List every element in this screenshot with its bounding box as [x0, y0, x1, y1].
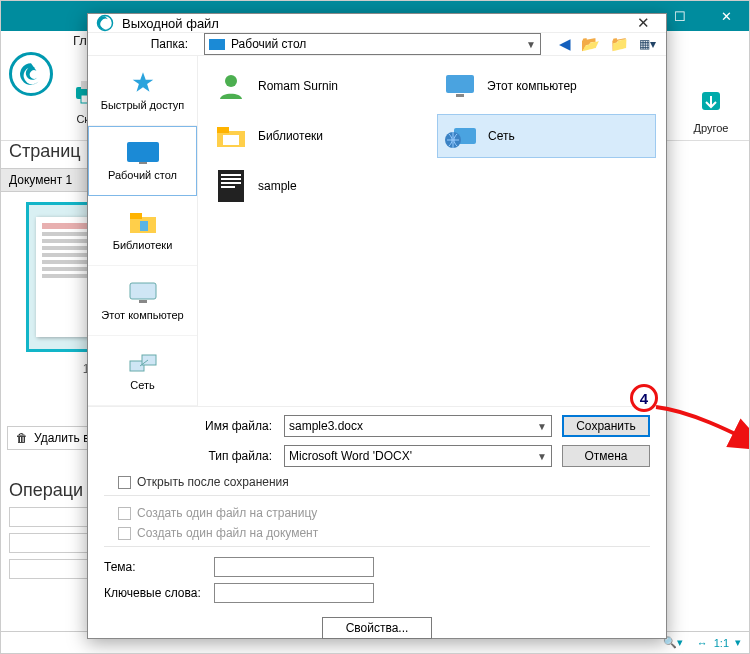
subject-input[interactable] [214, 557, 374, 577]
user-icon [214, 69, 248, 103]
network-icon [127, 351, 159, 375]
cancel-button[interactable]: Отмена [562, 445, 650, 467]
star-icon [127, 71, 159, 95]
svg-rect-18 [446, 75, 474, 93]
view-menu-icon[interactable]: ▦▾ [639, 37, 656, 51]
libraries-icon [127, 211, 159, 235]
svg-rect-29 [221, 186, 235, 188]
zoom-control[interactable]: ↔ 1:1 ▾ [697, 636, 741, 649]
item-network[interactable]: Сеть [437, 114, 656, 158]
svg-rect-28 [221, 182, 241, 184]
dialog-bottom: Имя файла: sample3.docx ▼ Сохранить Тип … [88, 406, 666, 651]
dialog-close-button[interactable]: ✕ [628, 14, 658, 32]
dialog-toolbar: Папка: Рабочий стол ▼ ◀ 📂 📁 ▦▾ [88, 33, 666, 55]
file-list-area[interactable]: Romam Surnin Этот компьютер Библиотеки С… [198, 56, 666, 406]
item-this-pc[interactable]: Этот компьютер [437, 64, 656, 108]
folder-value: Рабочий стол [231, 37, 306, 51]
svg-rect-10 [130, 213, 142, 219]
open-after-checkbox[interactable]: Открыть после сохранения [118, 475, 650, 489]
svg-rect-21 [217, 127, 229, 133]
dialog-body: Быстрый доступ Рабочий стол Библиотеки Э… [88, 55, 666, 406]
filetype-label: Тип файла: [104, 449, 284, 463]
svg-rect-8 [139, 162, 147, 164]
chevron-down-icon: ▼ [537, 451, 547, 462]
svg-rect-19 [456, 94, 464, 97]
one-file-per-document-checkbox: Создать один файл на документ [118, 526, 650, 540]
monitor-icon [443, 69, 477, 103]
annotation-step-badge: 4 [630, 384, 658, 412]
svg-rect-12 [130, 283, 156, 299]
app-logo [9, 52, 53, 96]
app-window: — ☐ ✕ Гла Скан ▾ И: файл ‹ › Выходной фа… [0, 0, 750, 654]
folder-select[interactable]: Рабочий стол ▼ [204, 33, 541, 55]
filetype-select[interactable]: Microsoft Word 'DOCX' ▼ [284, 445, 552, 467]
chevron-down-icon: ▼ [526, 39, 536, 50]
chevron-down-icon: ▼ [537, 421, 547, 432]
filename-input[interactable]: sample3.docx ▼ [284, 415, 552, 437]
filename-label: Имя файла: [104, 419, 284, 433]
other-button[interactable]: Другое [681, 84, 741, 134]
svg-rect-7 [127, 142, 159, 162]
desktop-icon [127, 141, 159, 165]
properties-button[interactable]: Свойства... [322, 617, 432, 639]
svg-rect-13 [139, 300, 147, 303]
subject-label: Тема: [104, 560, 214, 574]
places-bar: Быстрый доступ Рабочий стол Библиотеки Э… [88, 56, 198, 406]
document-icon [214, 169, 248, 203]
svg-rect-27 [221, 178, 241, 180]
monitor-icon [127, 281, 159, 305]
swirl-icon [18, 61, 44, 87]
place-libraries[interactable]: Библиотеки [88, 196, 197, 266]
one-file-per-page-checkbox: Создать один файл на страницу [118, 506, 650, 520]
save-dialog: Выходной файл ✕ Папка: Рабочий стол ▼ ◀ … [87, 13, 667, 639]
item-sample[interactable]: sample [208, 164, 427, 208]
svg-rect-22 [223, 135, 239, 145]
keywords-label: Ключевые слова: [104, 586, 214, 600]
place-this-pc[interactable]: Этот компьютер [88, 266, 197, 336]
dialog-title: Выходной файл [122, 16, 628, 31]
trash-icon: 🗑 [16, 431, 28, 445]
item-libraries[interactable]: Библиотеки [208, 114, 427, 158]
svg-rect-26 [221, 174, 241, 176]
app-small-icon [96, 14, 114, 32]
folder-label: Папка: [98, 37, 188, 51]
other-label: Другое [694, 122, 729, 134]
folder-icon [214, 119, 248, 153]
desktop-small-icon [209, 39, 225, 50]
back-icon[interactable]: ◀ [559, 35, 571, 53]
new-folder-icon[interactable]: 📁 [610, 35, 629, 53]
place-desktop[interactable]: Рабочий стол [88, 126, 197, 196]
place-quick-access[interactable]: Быстрый доступ [88, 56, 197, 126]
svg-rect-11 [140, 221, 148, 231]
dialog-title-bar: Выходной файл ✕ [88, 14, 666, 33]
export-icon [694, 84, 728, 118]
globe-monitor-icon [444, 119, 478, 153]
up-icon[interactable]: 📂 [581, 35, 600, 53]
keywords-input[interactable] [214, 583, 374, 603]
svg-point-17 [225, 75, 237, 87]
close-button[interactable]: ✕ [703, 1, 749, 31]
place-network[interactable]: Сеть [88, 336, 197, 406]
item-user-folder[interactable]: Romam Surnin [208, 64, 427, 108]
save-button[interactable]: Сохранить [562, 415, 650, 437]
